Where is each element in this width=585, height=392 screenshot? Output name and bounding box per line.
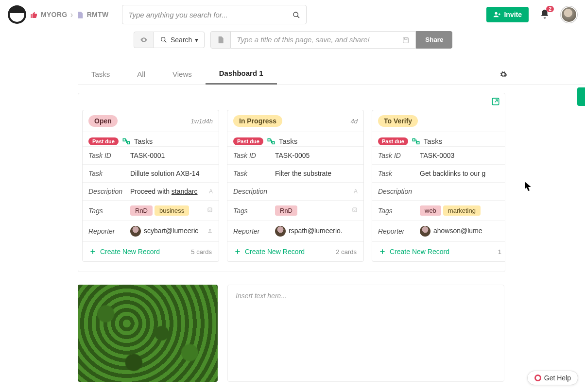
dropdown-type-icon xyxy=(207,207,213,214)
svg-point-5 xyxy=(495,12,498,15)
share-button[interactable]: Share xyxy=(416,31,452,48)
card-count: 1 xyxy=(498,248,501,256)
svg-rect-11 xyxy=(123,139,125,141)
create-record-button[interactable]: Create New Record xyxy=(89,248,160,256)
field-key: Reporter xyxy=(88,227,130,235)
dropdown-type-icon xyxy=(352,207,358,214)
text-type-icon: A xyxy=(209,188,213,195)
card-count: 5 cards xyxy=(191,248,212,256)
field-key: Reporter xyxy=(378,227,420,235)
card-row[interactable]: Reporterahowson@lume xyxy=(372,221,505,241)
card-row[interactable]: Reporterrspath@lumeerio. xyxy=(227,221,363,241)
field-value: RnDbusiness xyxy=(130,205,205,216)
column-title-pill[interactable]: Open xyxy=(88,115,118,127)
card-row[interactable]: Task IDTASK-0005 xyxy=(227,146,363,164)
card-row[interactable]: Tagswebmarketing xyxy=(372,200,505,221)
save-icon[interactable] xyxy=(396,31,416,48)
breadcrumb-page[interactable]: RMTW xyxy=(87,11,109,18)
svg-line-4 xyxy=(297,16,299,18)
get-help-button[interactable]: Get Help xyxy=(527,371,578,382)
svg-point-6 xyxy=(161,37,165,41)
settings-gear-icon[interactable] xyxy=(499,64,507,84)
card-row[interactable]: TaskGet backlinks to our g xyxy=(372,164,505,182)
field-value: TASK-0001 xyxy=(130,152,213,159)
field-value: rspath@lumeerio. xyxy=(275,226,358,237)
search-button-label: Search xyxy=(171,36,192,44)
thumb-up-icon xyxy=(30,10,38,18)
search-button[interactable]: Search ▾ xyxy=(154,32,205,48)
field-key: Description xyxy=(233,187,275,195)
card-row[interactable]: Task IDTASK-0001 xyxy=(83,146,219,164)
svg-rect-2 xyxy=(16,13,18,14)
tab-dashboard1[interactable]: Dashboard 1 xyxy=(206,63,277,85)
column-title-pill[interactable]: To Verify xyxy=(378,115,418,127)
field-value: TASK-0005 xyxy=(275,152,358,159)
field-key: Tags xyxy=(378,207,420,215)
past-due-badge: Past due xyxy=(88,137,119,145)
field-key: Description xyxy=(378,187,420,195)
svg-point-1 xyxy=(18,10,21,13)
tasks-label: Tasks xyxy=(279,137,297,145)
card-row[interactable]: Reporterscybart@lumeeric xyxy=(83,221,219,241)
svg-rect-17 xyxy=(353,208,357,212)
field-value: Proceed with standarc xyxy=(130,187,207,195)
svg-rect-16 xyxy=(272,142,275,144)
field-value: Get backlinks to our g xyxy=(420,170,502,177)
field-key: Task xyxy=(88,170,130,177)
svg-point-0 xyxy=(13,10,16,13)
card-row[interactable]: DescriptionA xyxy=(227,182,363,200)
side-tab[interactable] xyxy=(577,87,585,106)
field-value: scybart@lumeeric xyxy=(130,226,205,237)
card-count: 2 cards xyxy=(336,248,357,256)
cursor-icon xyxy=(525,182,532,191)
expand-icon[interactable] xyxy=(491,97,500,107)
tab-all[interactable]: All xyxy=(123,64,159,84)
field-key: Task ID xyxy=(88,152,130,159)
user-type-icon xyxy=(207,228,213,235)
past-due-badge: Past due xyxy=(233,137,263,145)
field-key: Reporter xyxy=(233,227,275,235)
create-record-button[interactable]: Create New Record xyxy=(379,248,449,256)
column-title-pill[interactable]: In Progress xyxy=(233,115,282,127)
visibility-toggle[interactable] xyxy=(134,32,154,48)
text-widget[interactable]: Insert text here... xyxy=(227,285,504,382)
tab-tasks[interactable]: Tasks xyxy=(78,64,123,84)
column-meta: 4d xyxy=(351,118,358,125)
link-icon xyxy=(267,137,275,145)
page-icon xyxy=(210,31,231,48)
card-row[interactable]: TaskDillute solution AXB-14 xyxy=(83,164,219,182)
global-search[interactable] xyxy=(122,5,307,24)
svg-rect-12 xyxy=(127,142,130,144)
card-row[interactable]: Task IDTASK-0003 xyxy=(372,146,505,164)
kanban-column: Open1w1d4hPast dueTasksTask IDTASK-0001T… xyxy=(82,110,219,262)
breadcrumb-org[interactable]: MYORG xyxy=(41,11,67,18)
svg-rect-9 xyxy=(405,37,407,39)
card-row[interactable]: TagsRnD xyxy=(227,200,363,221)
past-due-badge: Past due xyxy=(378,137,408,145)
svg-line-7 xyxy=(165,41,167,43)
card-row[interactable]: DescriptionProceed with standarcA xyxy=(83,182,219,200)
user-avatar[interactable] xyxy=(561,6,577,23)
field-value: RnD xyxy=(275,205,350,216)
search-input[interactable] xyxy=(128,11,292,19)
card-row[interactable]: Description xyxy=(372,182,505,200)
create-record-button[interactable]: Create New Record xyxy=(234,248,305,256)
notifications-button[interactable]: 2 xyxy=(539,9,550,21)
search-icon[interactable] xyxy=(292,10,300,18)
app-logo[interactable] xyxy=(8,5,26,24)
tab-views[interactable]: Views xyxy=(159,64,206,84)
image-widget[interactable] xyxy=(78,285,218,382)
field-value: webmarketing xyxy=(420,205,502,216)
field-key: Task xyxy=(233,170,275,177)
invite-button[interactable]: Invite xyxy=(486,7,529,22)
field-key: Task ID xyxy=(233,152,275,159)
card-row[interactable]: TaskFilter the substrate xyxy=(227,164,363,182)
page-title-input[interactable] xyxy=(231,31,396,48)
field-key: Task ID xyxy=(378,152,420,159)
field-key: Tags xyxy=(233,207,275,215)
avatar-icon xyxy=(130,226,141,237)
field-value: TASK-0003 xyxy=(420,152,502,159)
svg-rect-13 xyxy=(208,208,212,212)
column-meta: 1w1d4h xyxy=(190,118,213,125)
card-row[interactable]: TagsRnDbusiness xyxy=(83,200,219,221)
